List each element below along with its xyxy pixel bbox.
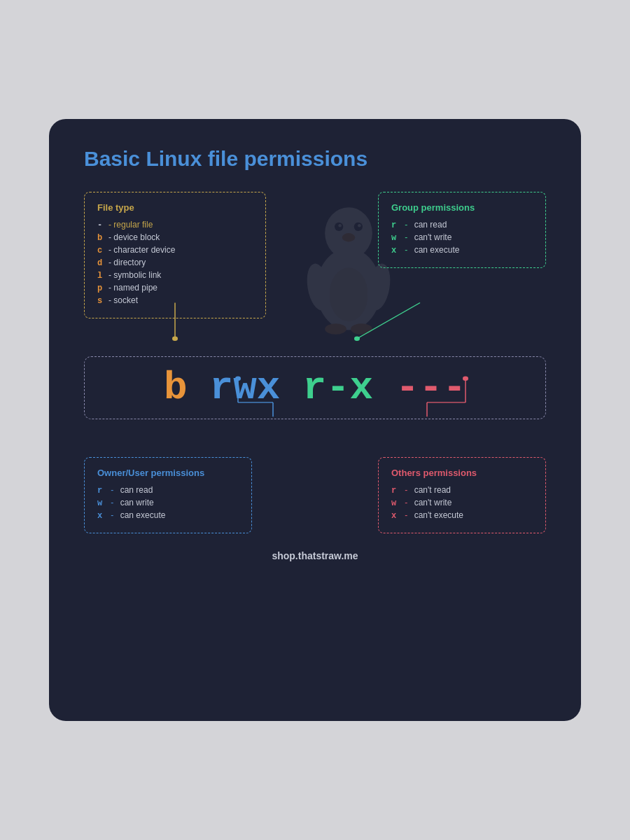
file-type-item-regular: - - regular file [97, 220, 253, 230]
file-type-title: File type [97, 202, 253, 213]
others-perm-r: r - can't read [391, 485, 533, 496]
group-title: Group permissions [391, 202, 533, 213]
others-permissions-box: Others permissions r - can't read w - ca… [378, 457, 546, 533]
top-section: File type - - regular file b - device bl… [84, 192, 546, 318]
file-type-item-block: b - device block [97, 232, 253, 243]
page-title: Basic Linux file permissions [84, 147, 546, 171]
owner-perm-r: r - can read [97, 485, 239, 496]
owner-perm-x: x - can execute [97, 510, 239, 521]
file-type-item-link: l - symbolic link [97, 270, 253, 281]
perm-rx: r-x [302, 365, 373, 410]
file-type-item-char: c - character device [97, 245, 253, 255]
group-perm-x: x - can execute [391, 245, 533, 255]
group-perm-r: r - can read [391, 220, 533, 230]
owner-perm-w: w - can write [97, 498, 239, 508]
perm-b: b [164, 365, 188, 410]
owner-permissions-box: Owner/User permissions r - can read w - … [84, 457, 252, 533]
others-title: Others permissions [391, 468, 533, 478]
others-perm-w: w - can't write [391, 498, 533, 508]
file-type-item-dir: d - directory [97, 258, 253, 268]
footer-text: shop.thatstraw.me [84, 550, 546, 561]
group-permissions-box: Group permissions r - can read w - can't… [378, 192, 546, 268]
file-type-box: File type - - regular file b - device bl… [84, 192, 266, 318]
permission-display: b rwx r-x --- [84, 356, 546, 419]
bottom-section: Owner/User permissions r - can read w - … [84, 457, 546, 533]
file-type-item-socket: s - socket [97, 295, 253, 306]
file-type-item-pipe: p - named pipe [97, 283, 253, 293]
perm-dashes: --- [396, 365, 466, 410]
others-perm-x: x - can't execute [391, 510, 533, 521]
card: Basic Linux file permissions [49, 119, 581, 721]
perm-rwx: rwx [210, 365, 281, 410]
permission-display-wrapper: b rwx r-x --- [84, 356, 546, 419]
main-layout: File type - - regular file b - device bl… [84, 192, 546, 533]
group-perm-w: w - can't write [391, 232, 533, 243]
owner-title: Owner/User permissions [97, 468, 239, 478]
